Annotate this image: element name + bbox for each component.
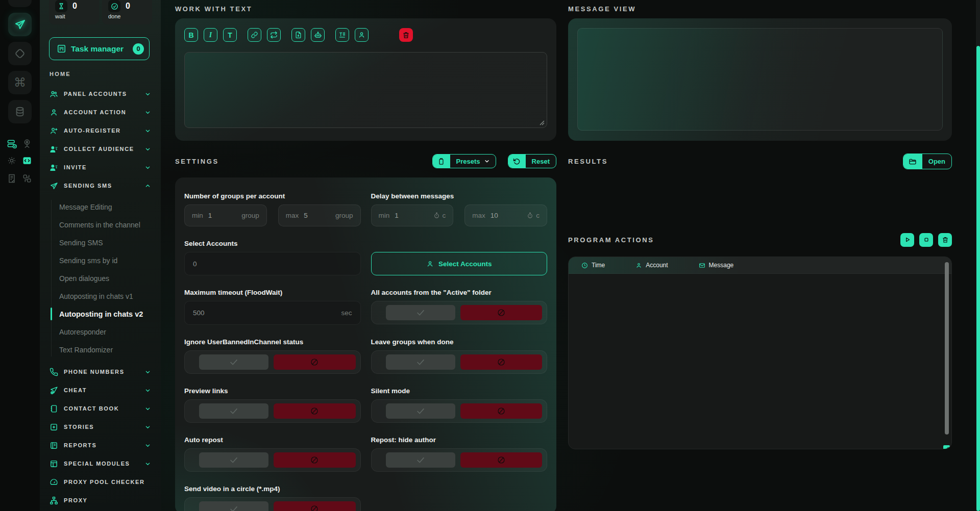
server-check-icon[interactable] <box>7 139 17 149</box>
play-button[interactable] <box>900 233 914 247</box>
sidebar-item-proxy-pool-checker[interactable]: PROXY POOL CHECKER <box>40 473 161 491</box>
text-format-button[interactable] <box>335 28 349 42</box>
clear-actions-button[interactable] <box>938 233 952 247</box>
results-title: RESULTS <box>568 158 608 165</box>
text-toolbar: B I T <box>184 28 547 42</box>
toggle-no-option[interactable] <box>460 354 542 370</box>
accounts-count-input[interactable]: 0 <box>184 252 361 275</box>
delay-max-input[interactable]: max 10 c <box>464 205 547 226</box>
toggle-no-option[interactable] <box>460 452 542 468</box>
folder-icon <box>903 154 922 169</box>
sidebar-item-invite[interactable]: INVITE <box>40 158 161 176</box>
auto-repost-label: Auto repost <box>184 436 361 444</box>
check-icon <box>415 407 426 415</box>
sidebar-item-cheat[interactable]: CHEAT <box>40 381 161 399</box>
select-accounts-button[interactable]: Select Accounts <box>371 252 548 275</box>
sidebar-item-contact-book[interactable]: CONTACT BOOK <box>40 399 161 418</box>
chevron-down-icon <box>145 461 151 467</box>
sidebar-item-reports[interactable]: REPORTS <box>40 436 161 454</box>
rail-button-sending[interactable] <box>8 13 32 36</box>
table-scrollbar[interactable] <box>945 262 949 435</box>
account-broadcast-icon[interactable] <box>22 139 32 149</box>
sidebar-item-proxy[interactable]: PROXY <box>40 491 161 509</box>
work-with-text-card: B I T <box>175 18 556 141</box>
column-time: Time <box>581 262 605 269</box>
sidebar-item-collect-audience[interactable]: COLLECT AUDIENCE <box>40 140 161 158</box>
task-manager-badge: 0 <box>133 43 144 55</box>
submenu-item-sending-sms[interactable]: Sending SMS <box>51 234 161 251</box>
page-scrollbar-track[interactable] <box>976 0 980 511</box>
rail-button-commands[interactable]: ⌘ <box>8 71 32 94</box>
chevron-down-icon <box>145 91 151 97</box>
user-icon <box>50 108 58 117</box>
app-root: ⌘ <box>0 0 980 511</box>
slash-circle-icon <box>310 406 319 416</box>
submenu-item-open-dialogues[interactable]: Open dialogues <box>51 269 161 287</box>
resize-grip-icon[interactable] <box>540 120 545 125</box>
text-format-icon <box>338 31 346 39</box>
submenu-item-autoposting-v1[interactable]: Autoposting in chats v1 <box>51 287 161 305</box>
robot-button[interactable] <box>311 28 325 42</box>
link-button[interactable] <box>248 28 261 42</box>
groups-max-input[interactable]: max 5 group <box>278 205 361 226</box>
program-actions-header: PROGRAM ACTIONS <box>568 233 952 247</box>
stop-button[interactable] <box>919 233 933 247</box>
person-button[interactable] <box>355 28 369 42</box>
submenu-item-message-editing[interactable]: Message Editing <box>51 198 161 216</box>
sidebar-item-phone-numbers[interactable]: PHONE NUMBERS <box>40 363 161 381</box>
task-manager-button[interactable]: Task manager 0 <box>49 37 150 60</box>
max-timeout-input[interactable]: 500 sec <box>184 301 361 325</box>
rail-button-premium[interactable] <box>8 42 32 65</box>
done-label: done <box>108 13 146 19</box>
submenu-item-autoposting-v2[interactable]: Autoposting in chats v2 <box>51 305 161 323</box>
reset-button[interactable]: Reset <box>508 154 556 168</box>
submenu-item-autoresponder[interactable]: Autoresponder <box>51 323 161 341</box>
toggle-yes-option[interactable] <box>386 452 455 468</box>
home-link[interactable]: HOME <box>50 71 71 77</box>
sidebar-item-account-action[interactable]: ACCOUNT ACTION <box>40 103 161 121</box>
slash-circle-icon <box>497 455 506 465</box>
clear-text-button[interactable] <box>399 28 413 42</box>
toggle-yes-option[interactable] <box>199 452 268 468</box>
toggle-no-option[interactable] <box>274 354 355 370</box>
toggle-yes-option[interactable] <box>386 403 455 419</box>
rail-button-partial[interactable] <box>8 0 32 7</box>
toggle-no-option[interactable] <box>274 452 355 468</box>
sidebar-item-panel-accounts[interactable]: PANEL ACCOUNTS <box>40 85 161 103</box>
toggle-no-option[interactable] <box>274 403 355 419</box>
submenu-item-comments-in-channel[interactable]: Comments in the channel <box>51 216 161 234</box>
submenu-item-text-randomizer[interactable]: Text Randomizer <box>51 341 161 359</box>
italic-button[interactable]: I <box>204 28 217 42</box>
gear-icon[interactable] <box>7 156 17 166</box>
groups-min-input[interactable]: min 1 group <box>184 205 267 226</box>
toggle-no-option[interactable] <box>274 501 355 511</box>
sidebar-item-special-modules[interactable]: SPECIAL MODULES <box>40 454 161 473</box>
message-text-input[interactable] <box>184 52 547 128</box>
sidebar-item-stories[interactable]: STORIES <box>40 418 161 436</box>
toggle-no-option[interactable] <box>460 403 542 419</box>
notebook-icon <box>50 404 58 413</box>
text-style-button[interactable]: T <box>223 28 237 42</box>
open-results-button[interactable]: Open <box>903 154 952 169</box>
repeat-button[interactable] <box>267 28 281 42</box>
trash-icon <box>402 31 410 39</box>
toggle-yes-option[interactable] <box>199 403 268 419</box>
toggle-yes-option[interactable] <box>386 354 455 370</box>
toggle-yes-option[interactable] <box>386 305 455 320</box>
code-box-icon[interactable] <box>22 156 32 166</box>
swap-boxes-icon[interactable] <box>22 173 32 184</box>
presets-button[interactable]: Presets <box>432 154 496 168</box>
submenu-item-sending-sms-by-id[interactable]: Sending sms by id <box>51 251 161 269</box>
file-download-button[interactable] <box>291 28 305 42</box>
sidebar-item-sending-sms[interactable]: SENDING SMS <box>40 176 161 195</box>
panel-resize-grip[interactable] <box>943 445 950 449</box>
bold-button[interactable]: B <box>184 28 198 42</box>
delay-min-input[interactable]: min 1 c <box>371 205 454 226</box>
toggle-yes-option[interactable] <box>199 354 268 370</box>
rail-button-database[interactable] <box>8 100 32 123</box>
sidebar-item-auto-register[interactable]: AUTO-REGISTER <box>40 121 161 140</box>
page-scrollbar-thumb[interactable] <box>976 46 980 511</box>
toggle-yes-option[interactable] <box>199 501 268 511</box>
toggle-no-option[interactable] <box>460 305 542 320</box>
document-check-icon[interactable] <box>7 173 17 184</box>
